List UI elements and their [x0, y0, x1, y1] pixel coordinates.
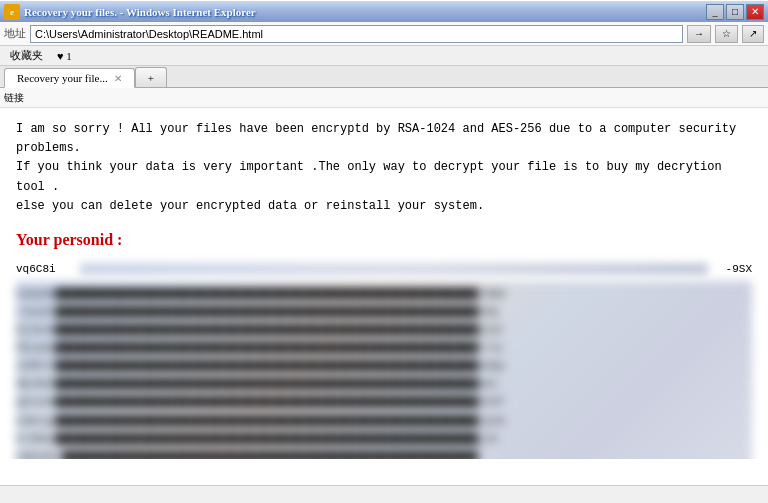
- content-area: I am so sorry ! All your files have been…: [0, 108, 768, 459]
- personid-blurred-area: SuKpHb██████████████████████████████████…: [16, 281, 752, 459]
- personid-start-1: vq6C8i: [16, 260, 76, 279]
- personid-blur-1: [80, 263, 708, 275]
- favorites-star-button[interactable]: ☆: [715, 25, 738, 43]
- blurred-id-content: SuKpHb██████████████████████████████████…: [16, 281, 752, 459]
- window-title: Recovery your files. - Windows Internet …: [24, 6, 702, 18]
- menu-bar: 收藏夹 ♥ 1: [0, 46, 768, 66]
- tab-label: Recovery your file...: [17, 72, 108, 84]
- personid-heading: Your personid :: [16, 228, 752, 252]
- intro-line-3: else you can delete your encrypted data …: [16, 197, 752, 216]
- intro-block: I am so sorry ! All your files have been…: [16, 120, 752, 216]
- intro-line-2: If you think your data is very important…: [16, 158, 752, 196]
- restore-button[interactable]: □: [726, 4, 744, 20]
- active-tab[interactable]: Recovery your file... ✕: [4, 68, 135, 88]
- personid-end-1: -9SX: [712, 260, 752, 279]
- close-button[interactable]: ✕: [746, 4, 764, 20]
- address-input[interactable]: [30, 25, 683, 43]
- window-controls[interactable]: _ □ ✕: [706, 4, 764, 20]
- links-bar: 链接: [0, 88, 768, 108]
- links-label: 链接: [4, 91, 24, 105]
- personid-row-1: vq6C8i -9SX: [16, 260, 752, 279]
- address-label: 地址: [4, 26, 26, 41]
- tab-bar: Recovery your file... ✕ +: [0, 66, 768, 88]
- address-bar: 地址 → ☆ ↗: [0, 22, 768, 46]
- tools-button[interactable]: ↗: [742, 25, 764, 43]
- title-bar: e Recovery your files. - Windows Interne…: [0, 0, 768, 22]
- status-bar: [0, 485, 768, 503]
- tab-close-button[interactable]: ✕: [114, 73, 122, 84]
- new-tab-button[interactable]: +: [135, 67, 167, 87]
- favorites-item[interactable]: ♥ 1: [51, 48, 78, 64]
- app-icon: e: [4, 4, 20, 20]
- favorites-menu[interactable]: 收藏夹: [4, 46, 49, 65]
- personid-block: vq6C8i -9SX SuKpHb██████████████████████…: [16, 260, 752, 459]
- go-button[interactable]: →: [687, 25, 711, 43]
- intro-line-1: I am so sorry ! All your files have been…: [16, 120, 752, 158]
- minimize-button[interactable]: _: [706, 4, 724, 20]
